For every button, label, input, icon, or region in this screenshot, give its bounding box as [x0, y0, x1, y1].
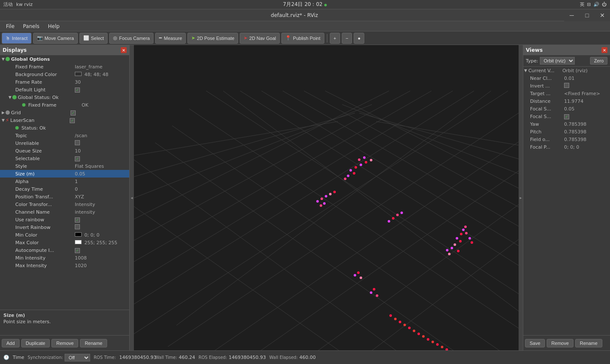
ls-userainbow-row[interactable]: Use rainbow ✓ [0, 216, 129, 223]
ls-minintensity-row[interactable]: Min Intensity 1008 [0, 254, 129, 262]
ls-userainbow-val: ✓ [75, 217, 129, 223]
default-light-row[interactable]: Default Light ✓ [0, 86, 129, 93]
laserscan-check: ✓ [70, 118, 129, 123]
svg-point-72 [427, 338, 429, 341]
global-options-label: Global Options [11, 56, 71, 62]
views-rename-button[interactable]: Rename [575, 339, 602, 347]
views-zero-button[interactable]: Zero [590, 57, 607, 65]
views-remove-button[interactable]: Remove [547, 339, 573, 347]
laserscan-row[interactable]: ▼ ⚡ LaserScan ✓ [0, 116, 129, 124]
svg-point-54 [388, 220, 390, 223]
remove-button[interactable]: Remove [51, 339, 78, 347]
fixed-frame-val: laser_frame [75, 64, 129, 70]
zoom-out-button[interactable]: − [342, 33, 352, 44]
global-status-row[interactable]: ▼ Global Status: Ok [0, 93, 129, 101]
max-color-swatch [75, 240, 82, 244]
duplicate-button[interactable]: Duplicate [21, 339, 50, 347]
zoom-in-button[interactable]: + [330, 33, 340, 44]
displays-close-button[interactable]: ✕ [121, 47, 127, 53]
ls-mincolor-row[interactable]: Min Color 0; 0; 0 [0, 231, 129, 239]
laserscan-checkbox[interactable]: ✓ [70, 118, 75, 123]
left-collapse-handle[interactable]: ◂ [130, 45, 134, 350]
menu-panels[interactable]: Panels [19, 23, 44, 30]
view-prop-2[interactable]: Target ... <Fixed Frame> [523, 90, 610, 97]
close-button[interactable]: ✕ [595, 9, 610, 21]
minimize-button[interactable]: ─ [564, 9, 579, 21]
pose-estimate-button[interactable]: ➤ 2D Pose Estimate [187, 33, 238, 44]
view-val-6: 0.785398 [564, 121, 587, 127]
current-view-triangle: ▼ [524, 68, 527, 73]
ls-style-row[interactable]: Style Flat Squares [0, 162, 129, 170]
view-val-5: ✓ [564, 114, 569, 119]
ls-status-row[interactable]: Status: Ok [0, 124, 129, 132]
ls-autocompute-val: ✓ [75, 248, 129, 253]
titlebar-controls[interactable]: ─ □ ✕ [564, 9, 610, 21]
view-key-2: Target ... [530, 91, 564, 96]
svg-point-60 [360, 277, 362, 279]
current-view-val: Orbit (rviz) [562, 68, 587, 73]
view-prop-7[interactable]: Pitch 0.785398 [523, 128, 610, 135]
view-prop-1[interactable]: Invert ... [523, 82, 610, 90]
measure-button[interactable]: ━ Measure [155, 33, 186, 44]
ls-alpha-key: Alpha [15, 179, 75, 184]
viewport[interactable] [134, 45, 519, 350]
ls-size-row[interactable]: Size (m) 0.05 [0, 170, 129, 178]
view-val-8: 0.785398 [564, 137, 587, 142]
select-button[interactable]: ⬜ Select [79, 33, 108, 44]
ls-postransf-row[interactable]: Position Transf... XYZ [0, 193, 129, 200]
status-desc: Point size in meters. [3, 319, 126, 324]
current-view-row[interactable]: ▼ Current V... Orbit (rviz) [523, 67, 610, 74]
views-type-select[interactable]: Orbit (rviz) [540, 57, 575, 65]
interact-button[interactable]: 🖱 Interact [2, 33, 31, 44]
ls-decaytime-row[interactable]: Decay Time 0 [0, 185, 129, 193]
sync-select[interactable]: Off [65, 354, 90, 361]
right-collapse-handle[interactable]: ▸ [519, 45, 523, 350]
menu-file[interactable]: File [2, 23, 19, 30]
add-button[interactable]: Add [2, 339, 20, 347]
ls-maxintensity-row[interactable]: Max Intensity 1020 [0, 262, 129, 269]
publish-point-button[interactable]: 📍 Publish Point [281, 33, 324, 44]
rename-button[interactable]: Rename [80, 339, 107, 347]
view-prop-6[interactable]: Yaw 0.785398 [523, 120, 610, 128]
views-close-button[interactable]: ✕ [601, 47, 607, 53]
ls-selectable-row[interactable]: Selectable ✓ [0, 155, 129, 162]
ls-unreliable-row[interactable]: Unreliable [0, 139, 129, 147]
bg-color-row[interactable]: Background Color 48; 48; 48 [0, 71, 129, 78]
ls-invertrainbow-row[interactable]: Invert Rainbow [0, 223, 129, 231]
focus-camera-button[interactable]: ◎ Focus Camera [109, 33, 153, 44]
ls-topic-row[interactable]: Topic /scan [0, 132, 129, 139]
frame-rate-row[interactable]: Frame Rate 30 [0, 78, 129, 86]
global-options-row[interactable]: ▼ Global Options [0, 55, 129, 63]
view-val-2: <Fixed Frame> [564, 91, 600, 96]
network-icon: ⊟ [587, 2, 591, 7]
view-prop-5[interactable]: Focal S... ✓ [523, 113, 610, 120]
view-prop-3[interactable]: Distance 11.9774 [523, 97, 610, 105]
ls-topic-val: /scan [75, 133, 129, 138]
move-camera-button[interactable]: 📷 Move Camera [33, 33, 78, 44]
ls-mincolor-val: 0; 0; 0 [75, 232, 129, 238]
fixed-frame-status-row[interactable]: Fixed Frame OK [0, 101, 129, 109]
view-prop-4[interactable]: Focal S... 0.05 [523, 105, 610, 113]
nav-goal-button[interactable]: ➤ 2D Nav Goal [240, 33, 280, 44]
fixed-frame-row[interactable]: Fixed Frame laser_frame [0, 63, 129, 71]
view-prop-0[interactable]: Near Cl... 0.01 [523, 74, 610, 82]
view-options-button[interactable]: ● [354, 33, 364, 44]
ls-queuesize-row[interactable]: Queue Size 10 [0, 147, 129, 155]
walltime-val: 460.24 [179, 355, 196, 360]
svg-point-45 [459, 240, 462, 243]
ls-maxcolor-row[interactable]: Max Color 255; 255; 255 [0, 239, 129, 246]
ls-channelname-row[interactable]: Channel Name intensity [0, 208, 129, 216]
view-prop-9[interactable]: Focal P... 0; 0; 0 [523, 143, 610, 151]
view-prop-8[interactable]: Field o... 0.785398 [523, 135, 610, 143]
titlebar: default.rviz* - RViz ─ □ ✕ [0, 9, 610, 21]
svg-point-42 [460, 233, 462, 235]
view-val-3: 11.9774 [564, 99, 584, 104]
menu-help[interactable]: Help [44, 23, 64, 30]
ls-colortransf-row[interactable]: Color Transfor... Intensity [0, 200, 129, 208]
grid-row[interactable]: ▶ Grid ✓ [0, 109, 129, 116]
views-save-button[interactable]: Save [525, 339, 545, 347]
maximize-button[interactable]: □ [579, 9, 595, 21]
grid-checkbox[interactable]: ✓ [71, 110, 76, 116]
ls-autocompute-row[interactable]: Autocompute I... ✓ [0, 246, 129, 254]
ls-alpha-row[interactable]: Alpha 1 [0, 178, 129, 185]
